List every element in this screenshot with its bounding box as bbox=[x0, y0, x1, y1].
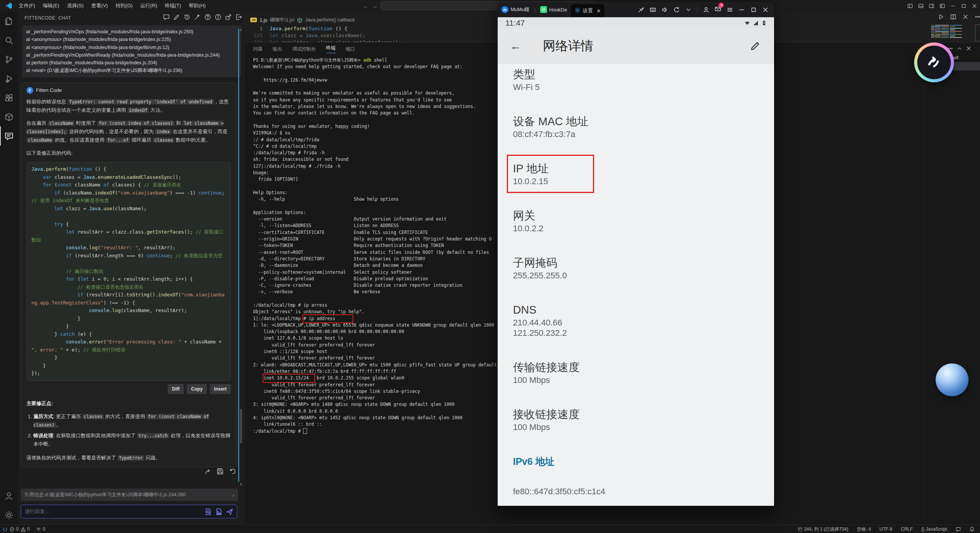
magic-icon[interactable] bbox=[194, 14, 201, 20]
scroll-down-icon[interactable]: ▼ bbox=[239, 482, 243, 486]
status-item[interactable]: {} JavaScript bbox=[921, 526, 947, 532]
chat-scroll-indicator[interactable] bbox=[238, 29, 239, 482]
split-editor-icon[interactable] bbox=[950, 14, 956, 20]
bell-icon[interactable] bbox=[969, 526, 975, 532]
minimize-icon[interactable] bbox=[949, 2, 957, 10]
reference-bar[interactable]: 引用信息 d:\新桌面\MC小杨的python学习文件夹\JS脚本\嘟嘟牛\1.… bbox=[21, 489, 238, 501]
activity-search-icon[interactable] bbox=[0, 31, 18, 50]
diff-button[interactable]: Diff bbox=[168, 384, 184, 394]
status-item[interactable]: 行 244, 列 1 (已选择734) bbox=[798, 526, 848, 533]
chevron-down-icon[interactable] bbox=[685, 7, 692, 13]
activity-explorer-icon[interactable] bbox=[0, 11, 18, 31]
export-icon[interactable] bbox=[225, 14, 232, 20]
activity-chat-icon[interactable] bbox=[0, 126, 18, 146]
chevron-up-icon[interactable] bbox=[957, 46, 962, 51]
menu-icon[interactable] bbox=[727, 7, 733, 13]
status-item[interactable]: CRLF bbox=[901, 526, 913, 532]
save-icon[interactable] bbox=[217, 468, 224, 475]
comment-icon[interactable] bbox=[163, 14, 170, 20]
layout-panel-icon[interactable] bbox=[916, 2, 925, 10]
keyboard-icon[interactable] bbox=[650, 7, 656, 13]
activity-cube-icon[interactable] bbox=[0, 107, 18, 126]
minimap-slider[interactable] bbox=[975, 25, 980, 41]
menu-item[interactable]: 帮助(H) bbox=[185, 1, 209, 10]
menu-item[interactable]: 转到(G) bbox=[112, 1, 136, 10]
menu-item[interactable]: 编辑(E) bbox=[39, 1, 63, 10]
mumu-tab-MuMu模[interactable]: mMuMu模 bbox=[498, 2, 533, 17]
close-icon[interactable] bbox=[966, 46, 972, 51]
user-icon[interactable] bbox=[703, 7, 709, 13]
minimap[interactable] bbox=[931, 25, 975, 41]
share-icon[interactable] bbox=[204, 468, 211, 475]
mumu-tab-设置[interactable]: 设置✕ bbox=[571, 4, 604, 17]
panel-tab-输出[interactable]: 输出 bbox=[273, 46, 282, 52]
signout-icon[interactable] bbox=[235, 14, 242, 20]
breadcrumb-file[interactable]: 1.js bbox=[260, 17, 267, 23]
maximize-icon[interactable] bbox=[750, 7, 757, 13]
volume-icon[interactable] bbox=[662, 7, 668, 13]
mail-icon[interactable]: 4 bbox=[715, 6, 721, 13]
remote-icon[interactable] bbox=[2, 526, 8, 532]
close-icon[interactable]: ✕ bbox=[596, 8, 601, 14]
minimap-row bbox=[931, 33, 975, 34]
doc-image-icon[interactable] bbox=[215, 508, 222, 515]
menu-item[interactable]: 终端(T) bbox=[161, 1, 185, 10]
close-icon[interactable] bbox=[762, 7, 769, 13]
panel-tab-终端[interactable]: 终端 bbox=[326, 45, 336, 53]
edit-icon[interactable] bbox=[173, 14, 180, 20]
insert-button[interactable]: Insert bbox=[210, 384, 231, 394]
send-icon[interactable] bbox=[226, 508, 233, 515]
layout-sidebar-icon[interactable] bbox=[906, 2, 914, 10]
activity-extensions-icon[interactable] bbox=[0, 88, 18, 107]
history-icon[interactable] bbox=[184, 14, 190, 20]
chat-input[interactable]: 进行回复... bbox=[21, 505, 237, 518]
warnings-indicator[interactable]: 0 bbox=[21, 526, 30, 532]
activity-run-debug-icon[interactable] bbox=[0, 69, 18, 88]
back-arrow-icon[interactable]: ← bbox=[510, 39, 521, 52]
mumu-tab-HookDe[interactable]: HookDe bbox=[536, 2, 571, 17]
doc-search-icon[interactable] bbox=[204, 508, 212, 515]
menu-item[interactable]: 运行(R) bbox=[137, 1, 160, 10]
layout-secondary-icon[interactable] bbox=[927, 2, 936, 10]
close-icon[interactable] bbox=[970, 2, 978, 10]
copy-button[interactable]: Copy bbox=[187, 384, 207, 394]
layout-custom-icon[interactable] bbox=[938, 2, 946, 10]
breadcrumb-path[interactable]: 嘟嘟牛\1.js\ bbox=[270, 17, 294, 23]
maximize-icon[interactable] bbox=[959, 2, 968, 10]
ports-indicator[interactable]: 0 bbox=[36, 526, 45, 532]
breadcrumb-symbol[interactable]: Java.perform() callback bbox=[305, 17, 355, 23]
breadcrumb[interactable]: JS 1.js 嘟嘟牛\1.js\ Java.perform() callbac… bbox=[245, 15, 355, 25]
menu-item[interactable]: 查看(V) bbox=[88, 1, 111, 10]
menu-item[interactable]: 选择(S) bbox=[64, 1, 87, 10]
nav-forward-icon[interactable]: → bbox=[372, 3, 377, 9]
chat-scrollbar-thumb[interactable] bbox=[240, 409, 242, 443]
blue-floating-ball[interactable] bbox=[936, 363, 969, 396]
code-block[interactable]: Java.perform(function () { var classes =… bbox=[26, 162, 231, 381]
scroll-up-icon[interactable]: ▲ bbox=[239, 28, 243, 31]
panel-tab-端口[interactable]: 端口 bbox=[346, 46, 355, 52]
menu-item[interactable]: 文件(F) bbox=[15, 1, 39, 10]
status-item[interactable]: 空格: 4 bbox=[857, 526, 871, 533]
rotate-icon[interactable] bbox=[673, 7, 680, 13]
panel-tab-问题[interactable]: 问题 bbox=[253, 46, 263, 52]
activity-source-control-icon[interactable] bbox=[0, 50, 18, 69]
info-icon[interactable] bbox=[215, 14, 221, 20]
errors-indicator[interactable]: 0 bbox=[10, 526, 19, 532]
feedback-icon[interactable] bbox=[956, 526, 961, 532]
edit-pencil-icon[interactable] bbox=[750, 41, 760, 51]
nav-back-icon[interactable]: ← bbox=[363, 3, 369, 9]
run-icon[interactable] bbox=[938, 14, 944, 20]
minimize-icon[interactable] bbox=[738, 7, 745, 13]
assistant-floating-ball[interactable] bbox=[914, 43, 954, 82]
panel-tab-调试控制台[interactable]: 调试控制台 bbox=[292, 46, 316, 52]
user-stack-trace-message[interactable]: at _performPendingVmOps (frida/node_modu… bbox=[22, 25, 241, 77]
ellipsis-icon[interactable] bbox=[975, 14, 980, 20]
text-segment: 。 bbox=[56, 422, 61, 428]
activity-settings-gear-icon[interactable] bbox=[0, 505, 18, 525]
close-icon[interactable] bbox=[962, 14, 969, 20]
help-icon[interactable] bbox=[204, 14, 211, 20]
status-item[interactable]: UTF-8 bbox=[879, 526, 892, 532]
activity-account-icon[interactable] bbox=[0, 486, 18, 505]
dart-icon[interactable] bbox=[638, 7, 644, 13]
undo-icon[interactable] bbox=[229, 468, 236, 475]
